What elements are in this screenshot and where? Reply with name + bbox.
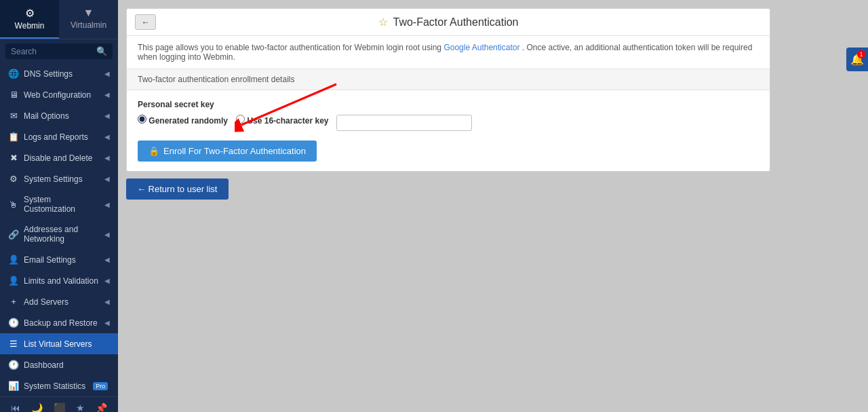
- dns-icon: 🌐: [8, 69, 19, 79]
- logs-icon: 📋: [8, 132, 19, 142]
- card-header: ← ☆ Two-Factor Authentication: [127, 9, 770, 36]
- disable-icon: ✖: [8, 153, 19, 163]
- sidebar-item-limits-and-validation[interactable]: 👤 Limits and Validation ◀: [0, 270, 118, 291]
- sidebar-item-list-vservers-label: List Virtual Servers: [24, 339, 92, 349]
- sidebar-item-mail-label: Mail Options: [24, 111, 69, 121]
- networking-icon: 🔗: [8, 229, 19, 240]
- webmin-icon: ⚙: [3, 7, 56, 20]
- sidebar-footer: ⏮ 🌙 ⬛ ★ 📌 👤 1linuxuser 🔴: [0, 396, 118, 412]
- search-icon: 🔍: [96, 46, 107, 56]
- statistics-icon: 📊: [8, 381, 19, 391]
- limits-icon: 👤: [8, 276, 19, 286]
- arrow-icon: ◀: [104, 319, 110, 326]
- sidebar-item-dns-label: DNS Settings: [24, 69, 73, 79]
- sidebar-tab-webmin[interactable]: ⚙ Webmin: [0, 0, 59, 39]
- arrow-icon: ◀: [104, 133, 110, 141]
- back-button[interactable]: ←: [135, 14, 156, 30]
- system-settings-icon: ⚙: [8, 174, 19, 184]
- arrow-icon: ◀: [104, 154, 110, 162]
- backup-icon: 🕐: [8, 318, 19, 328]
- arrow-icon: ◀: [104, 112, 110, 119]
- google-authenticator-link[interactable]: Google Authenticator: [443, 43, 519, 52]
- radio-16char-input[interactable]: [236, 115, 245, 124]
- arrow-icon: ◀: [104, 91, 110, 98]
- card-info: This page allows you to enable two-facto…: [127, 36, 770, 69]
- sidebar-item-backup-and-restore[interactable]: 🕐 Backup and Restore ◀: [0, 312, 118, 333]
- footer-square-icon[interactable]: ⬛: [54, 402, 65, 412]
- sidebar-item-disable-and-delete[interactable]: ✖ Disable and Delete ◀: [0, 147, 118, 168]
- info-text: This page allows you to enable two-facto…: [138, 43, 441, 52]
- arrow-icon: ◀: [104, 256, 110, 263]
- sidebar-item-email-label: Email Settings: [24, 255, 76, 265]
- radio-generated-option[interactable]: Generated randomly: [138, 115, 228, 126]
- sidebar-tab-webmin-label: Webmin: [15, 21, 45, 31]
- radio-16char-label: Use 16-character key: [247, 116, 328, 126]
- radio-group: Generated randomly Use 16-character key: [138, 115, 759, 131]
- arrow-icon: ◀: [104, 231, 110, 238]
- enroll-button[interactable]: 🔒 Enroll For Two-Factor Authentication: [138, 141, 317, 162]
- radio-16char-option[interactable]: Use 16-character key: [236, 115, 328, 126]
- sidebar-item-dns-settings[interactable]: 🌐 DNS Settings ◀: [0, 63, 118, 84]
- footer-star-icon[interactable]: ★: [76, 402, 85, 412]
- sidebar-item-list-virtual-servers[interactable]: ☰ List Virtual Servers: [0, 333, 118, 354]
- card-body: Personal secret key Generated randomly U…: [127, 90, 770, 171]
- main-content: ← ☆ Two-Factor Authentication This page …: [118, 0, 868, 412]
- notification-bell[interactable]: 🔔 1: [846, 48, 868, 71]
- sidebar-item-dashboard-label: Dashboard: [24, 360, 64, 370]
- sidebar-item-statistics-label: System Statistics: [24, 381, 85, 391]
- list-vservers-icon: ☰: [8, 339, 19, 349]
- personal-secret-key-group: Personal secret key Generated randomly U…: [138, 100, 759, 131]
- arrow-icon: ◀: [104, 277, 110, 284]
- add-servers-icon: +: [8, 297, 19, 307]
- return-button-label: ← Return to user list: [137, 184, 218, 194]
- sidebar-tab-virtualmin-label: Virtualmin: [71, 20, 106, 30]
- mail-icon: ✉: [8, 111, 19, 121]
- dashboard-icon: 🕐: [8, 360, 19, 370]
- sidebar: ⚙ Webmin ▼ Virtualmin 🔍 🌐 DNS Settings ◀…: [0, 0, 118, 412]
- web-icon: 🖥: [8, 90, 19, 100]
- arrow-icon: ◀: [104, 298, 110, 305]
- page-title: Two-Factor Authentication: [393, 16, 519, 29]
- arrow-icon: ◀: [104, 70, 110, 77]
- sidebar-item-dashboard[interactable]: 🕐 Dashboard: [0, 354, 118, 375]
- sidebar-item-system-settings[interactable]: ⚙ System Settings ◀: [0, 168, 118, 189]
- sidebar-footer-icons: ⏮ 🌙 ⬛ ★ 📌: [5, 402, 113, 412]
- arrow-icon: ◀: [104, 201, 110, 208]
- footer-dark-icon[interactable]: 🌙: [31, 402, 43, 412]
- section-header-text: Two-factor authentication enrollment det…: [138, 75, 294, 84]
- star-icon: ☆: [378, 16, 388, 29]
- enroll-button-label: Enroll For Two-Factor Authentication: [163, 146, 306, 156]
- notification-badge: 1: [857, 50, 865, 58]
- sidebar-item-addresses-and-networking[interactable]: 🔗 Addresses and Networking ◀: [0, 219, 118, 249]
- virtualmin-icon: ▼: [62, 7, 115, 19]
- secret-key-input[interactable]: [336, 115, 472, 131]
- sidebar-item-disable-label: Disable and Delete: [24, 153, 92, 163]
- return-to-user-list-button[interactable]: ← Return to user list: [126, 179, 229, 200]
- sidebar-item-backup-label: Backup and Restore: [24, 318, 98, 328]
- search-input[interactable]: [11, 47, 96, 56]
- sidebar-item-system-customization[interactable]: 🖱 System Customization ◀: [0, 189, 118, 219]
- sidebar-item-add-servers[interactable]: + Add Servers ◀: [0, 291, 118, 312]
- sidebar-item-customization-label: System Customization: [24, 195, 104, 214]
- sidebar-item-web-label: Web Configuration: [24, 90, 91, 100]
- email-icon: 👤: [8, 255, 19, 265]
- main-card: ← ☆ Two-Factor Authentication This page …: [126, 8, 770, 172]
- footer-pin-icon[interactable]: 📌: [96, 402, 107, 412]
- radio-generated-input[interactable]: [138, 115, 146, 124]
- customization-icon: 🖱: [8, 200, 19, 210]
- personal-secret-key-label: Personal secret key: [138, 100, 759, 109]
- sidebar-item-web-configuration[interactable]: 🖥 Web Configuration ◀: [0, 84, 118, 105]
- sidebar-item-mail-options[interactable]: ✉ Mail Options ◀: [0, 105, 118, 126]
- sidebar-item-logs-and-reports[interactable]: 📋 Logs and Reports ◀: [0, 126, 118, 147]
- search-bar: 🔍: [5, 43, 113, 59]
- sidebar-header: ⚙ Webmin ▼ Virtualmin: [0, 0, 118, 39]
- sidebar-item-email-settings[interactable]: 👤 Email Settings ◀: [0, 249, 118, 270]
- pro-badge: Pro: [93, 382, 108, 390]
- section-header: Two-factor authentication enrollment det…: [127, 69, 770, 90]
- sidebar-tab-virtualmin[interactable]: ▼ Virtualmin: [59, 0, 118, 39]
- sidebar-item-system-statistics[interactable]: 📊 System Statistics Pro: [0, 375, 118, 396]
- footer-first-icon[interactable]: ⏮: [11, 402, 20, 412]
- arrow-icon: ◀: [104, 175, 110, 183]
- radio-generated-label: Generated randomly: [149, 116, 228, 126]
- card-title: ☆ Two-Factor Authentication: [378, 16, 519, 29]
